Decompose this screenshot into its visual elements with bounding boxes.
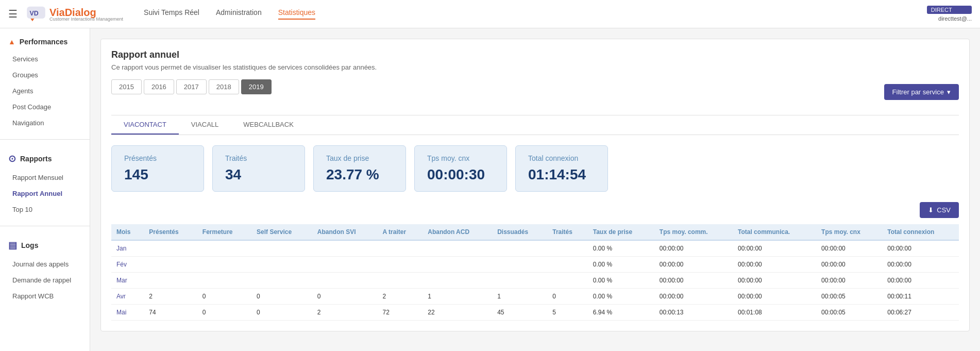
cell-fermeture: 0	[197, 305, 251, 321]
sidebar-item-groupes[interactable]: Groupes	[0, 67, 90, 83]
year-tab-2018[interactable]: 2018	[209, 79, 239, 94]
cell-dissuades	[492, 257, 547, 273]
cell-taux-prise: 6.94 %	[588, 305, 654, 321]
nav-suivi[interactable]: Suivi Temps Réel	[144, 8, 199, 20]
sidebar-item-rapport-mensuel[interactable]: Rapport Mensuel	[0, 170, 90, 186]
cell-presentes: 74	[144, 305, 197, 321]
csv-row: ⬇ CSV	[111, 202, 959, 218]
col-abandon-svi: Abandon SVI	[312, 224, 378, 240]
nav-admin[interactable]: Administration	[216, 8, 262, 20]
cell-dissuades: 45	[492, 305, 547, 321]
kpi-taux-prise-value: 23.77 %	[326, 166, 393, 183]
nav-links: Suivi Temps Réel Administration Statisti…	[144, 8, 927, 20]
cell-traites: 5	[547, 305, 588, 321]
cell-total-cnx: 00:00:00	[882, 257, 959, 273]
csv-label: CSV	[937, 206, 951, 214]
user-info: DIRECT directtest@...	[927, 6, 972, 22]
filter-service-label: Filtrer par service	[892, 88, 944, 96]
year-tab-2017[interactable]: 2017	[176, 79, 207, 94]
sidebar-item-top10[interactable]: Top 10	[0, 202, 90, 218]
cell-traites	[547, 240, 588, 257]
cell-presentes	[144, 273, 197, 289]
kpi-tps-moy-cnx: Tps moy. cnx 00:00:30	[414, 145, 507, 192]
cell-abandon-acd: 1	[423, 289, 492, 305]
table-row: Mar 0.00 % 00:00:00 00:00:00 00:00:00 00…	[111, 273, 959, 289]
tab-viacontact[interactable]: VIACONTACT	[111, 115, 179, 135]
sidebar-heading-logs[interactable]: ▤ Logs	[0, 235, 90, 256]
kpi-presentes-value: 145	[124, 166, 191, 183]
sidebar-section-rapports: ⊙ Rapports Rapport Mensuel Rapport Annue…	[0, 148, 90, 218]
report-title: Rapport annuel	[111, 49, 959, 60]
year-tab-2016[interactable]: 2016	[144, 79, 174, 94]
col-a-traiter: A traiter	[378, 224, 423, 240]
tab-viacall[interactable]: VIACALL	[179, 115, 231, 135]
year-tab-2019[interactable]: 2019	[241, 79, 272, 94]
col-tps-moy-cnx: Tps moy. cnx	[816, 224, 882, 240]
cell-self-service	[251, 273, 312, 289]
cell-traites: 0	[547, 289, 588, 305]
cell-traites	[547, 273, 588, 289]
nav-stats[interactable]: Statistiques	[278, 8, 315, 20]
main-content: Rapport annuel Ce rapport vous permet de…	[90, 28, 980, 351]
sidebar-item-rapport-annuel[interactable]: Rapport Annuel	[0, 186, 90, 202]
cell-mois[interactable]: Fév	[111, 257, 144, 273]
cell-a-traiter	[378, 257, 423, 273]
cell-taux-prise: 0.00 %	[588, 257, 654, 273]
sidebar-item-agents[interactable]: Agents	[0, 83, 90, 99]
cell-fermeture	[197, 257, 251, 273]
sidebar-item-journal[interactable]: Journal des appels	[0, 256, 90, 272]
cell-tps-moy-comm: 00:00:13	[654, 305, 733, 321]
table-container: Mois Présentés Fermeture Self Service Ab…	[111, 224, 959, 321]
sidebar-item-navigation[interactable]: Navigation	[0, 115, 90, 131]
cell-abandon-acd: 22	[423, 305, 492, 321]
cell-dissuades: 1	[492, 289, 547, 305]
cell-fermeture	[197, 273, 251, 289]
cell-total-cnx: 00:00:00	[882, 240, 959, 257]
cell-mois[interactable]: Jan	[111, 240, 144, 257]
sidebar-item-post-codage[interactable]: Post Codage	[0, 99, 90, 115]
logs-icon: ▤	[8, 240, 17, 251]
cell-total-comm: 00:00:00	[733, 289, 816, 305]
sidebar-heading-rapports[interactable]: ⊙ Rapports	[0, 148, 90, 170]
col-tps-moy-comm: Tps moy. comm.	[654, 224, 733, 240]
cell-mois[interactable]: Mai	[111, 305, 144, 321]
filter-service-button[interactable]: Filtrer par service ▾	[884, 84, 959, 100]
cell-tps-moy-cnx: 00:00:00	[816, 240, 882, 257]
sidebar-rapports-label: Rapports	[20, 155, 52, 163]
cell-mois[interactable]: Avr	[111, 289, 144, 305]
table-row: Avr 2 0 0 0 2 1 1 0 0.00 % 00:00:00 00:0…	[111, 289, 959, 305]
sidebar-item-services[interactable]: Services	[0, 51, 90, 67]
sidebar-logs-label: Logs	[21, 241, 38, 249]
cell-self-service	[251, 257, 312, 273]
csv-download-button[interactable]: ⬇ CSV	[920, 202, 959, 218]
cell-fermeture: 0	[197, 289, 251, 305]
cell-presentes	[144, 257, 197, 273]
kpi-presentes-label: Présentés	[124, 154, 191, 162]
cell-tps-moy-cnx: 00:00:05	[816, 289, 882, 305]
cell-total-cnx: 00:00:00	[882, 273, 959, 289]
cell-tps-moy-comm: 00:00:00	[654, 257, 733, 273]
product-tabs: VIACONTACT VIACALL WEBCALLBACK	[111, 115, 959, 135]
col-self-service: Self Service	[251, 224, 312, 240]
chevron-down-icon: ▾	[947, 88, 951, 96]
cell-tps-moy-cnx: 00:00:00	[816, 273, 882, 289]
sidebar-section-performances: ▲ Performances Services Groupes Agents P…	[0, 32, 90, 131]
hamburger-icon[interactable]: ☰	[8, 8, 18, 20]
cell-mois[interactable]: Mar	[111, 273, 144, 289]
sidebar-heading-performances[interactable]: ▲ Performances	[0, 32, 90, 51]
year-tab-2015[interactable]: 2015	[111, 79, 142, 94]
kpi-taux-prise: Taux de prise 23.77 %	[313, 145, 406, 192]
cell-dissuades	[492, 273, 547, 289]
sidebar-item-rapport-wcb[interactable]: Rapport WCB	[0, 288, 90, 304]
kpi-tps-moy-cnx-label: Tps moy. cnx	[427, 154, 494, 162]
kpi-total-cnx-value: 01:14:54	[528, 166, 595, 183]
kpi-tps-moy-cnx-value: 00:00:30	[427, 166, 494, 183]
cell-total-comm: 00:00:00	[733, 257, 816, 273]
cell-total-comm: 00:01:08	[733, 305, 816, 321]
user-email: directtest@...	[938, 15, 972, 22]
year-filter-row: 2015 2016 2017 2018 2019 Filtrer par ser…	[111, 79, 959, 105]
sidebar-item-demande-rappel[interactable]: Demande de rappel	[0, 272, 90, 288]
tab-webcallback[interactable]: WEBCALLBACK	[231, 115, 306, 135]
cell-total-comm: 00:00:00	[733, 240, 816, 257]
cell-abandon-svi	[312, 273, 378, 289]
